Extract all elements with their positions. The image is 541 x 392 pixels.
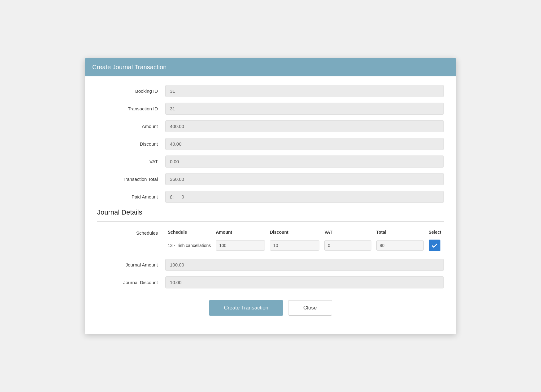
amount-row: Amount — [97, 120, 444, 132]
paid-amount-row: Paid Amount £; — [97, 191, 444, 203]
transaction-id-row: Transaction ID — [97, 103, 444, 115]
schedule-discount-input[interactable] — [270, 240, 319, 251]
journal-details-title: Journal Details — [97, 208, 444, 216]
schedules-table: Schedule Amount Discount VAT Total Selec… — [165, 228, 444, 253]
schedule-vat-input[interactable] — [324, 240, 371, 251]
discount-row: Discount — [97, 138, 444, 150]
journal-discount-label: Journal Discount — [97, 280, 165, 285]
dialog-title: Create Journal Transaction — [92, 64, 167, 70]
schedule-total-input[interactable] — [376, 240, 424, 251]
schedule-select-checkbox[interactable] — [429, 240, 440, 251]
vat-label: VAT — [97, 159, 165, 164]
discount-label: Discount — [97, 141, 165, 147]
table-header-row: Schedule Amount Discount VAT Total Selec… — [165, 228, 444, 238]
journal-amount-row: Journal Amount — [97, 259, 444, 271]
journal-discount-row: Journal Discount — [97, 276, 444, 288]
booking-id-row: Booking ID — [97, 85, 444, 97]
col-vat: VAT — [322, 228, 374, 238]
col-select: Select — [426, 228, 444, 238]
vat-input[interactable] — [165, 156, 444, 168]
dialog-footer: Create Transaction Close — [97, 294, 444, 326]
schedule-vat-cell — [322, 238, 374, 253]
booking-id-input[interactable] — [165, 85, 444, 97]
col-schedule: Schedule — [165, 228, 213, 238]
schedule-amount-cell — [213, 238, 267, 253]
transaction-id-label: Transaction ID — [97, 106, 165, 111]
table-row: 13 - Irish cancellations — [165, 238, 444, 253]
journal-amount-label: Journal Amount — [97, 262, 165, 267]
schedules-row: Schedules Schedule Amount Discount VAT T… — [97, 228, 444, 253]
schedule-name: 13 - Irish cancellations — [165, 238, 213, 253]
schedule-discount-cell — [267, 238, 322, 253]
transaction-total-row: Transaction Total — [97, 173, 444, 185]
close-button[interactable]: Close — [288, 300, 332, 316]
vat-row: VAT — [97, 156, 444, 168]
paid-amount-prefix: £; — [166, 191, 177, 202]
journal-amount-input[interactable] — [165, 259, 444, 271]
booking-id-label: Booking ID — [97, 88, 165, 94]
paid-amount-input[interactable] — [177, 191, 444, 202]
dialog-body: Booking ID Transaction ID Amount Discoun… — [85, 76, 456, 334]
dialog-header: Create Journal Transaction — [85, 58, 456, 76]
create-journal-transaction-dialog: Create Journal Transaction Booking ID Tr… — [85, 58, 456, 334]
transaction-id-input[interactable] — [165, 103, 444, 115]
schedules-label: Schedules — [97, 228, 165, 236]
transaction-total-input[interactable] — [165, 173, 444, 185]
col-discount: Discount — [267, 228, 322, 238]
col-total: Total — [374, 228, 426, 238]
schedules-table-wrapper: Schedule Amount Discount VAT Total Selec… — [165, 228, 444, 253]
transaction-total-label: Transaction Total — [97, 177, 165, 182]
checkmark-icon — [431, 242, 438, 249]
paid-amount-label: Paid Amount — [97, 194, 165, 199]
schedule-total-cell — [374, 238, 426, 253]
schedule-amount-input[interactable] — [216, 240, 265, 251]
paid-amount-wrapper: £; — [165, 191, 444, 203]
col-amount: Amount — [213, 228, 267, 238]
schedule-select-cell — [426, 238, 444, 253]
journal-discount-input[interactable] — [165, 276, 444, 288]
amount-input[interactable] — [165, 120, 444, 132]
amount-label: Amount — [97, 124, 165, 129]
section-divider — [97, 221, 444, 222]
create-transaction-button[interactable]: Create Transaction — [209, 300, 283, 316]
discount-input[interactable] — [165, 138, 444, 150]
